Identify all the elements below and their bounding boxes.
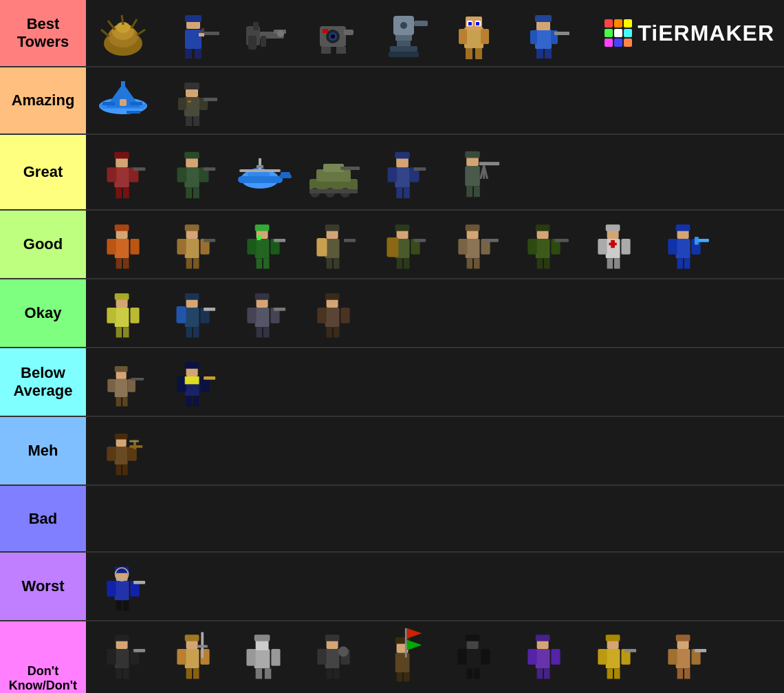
svg-rect-274: [185, 635, 199, 641]
svg-rect-114: [465, 166, 480, 186]
tier-row-bad: Bad: [0, 486, 784, 553]
svg-rect-325: [624, 649, 636, 652]
svg-rect-220: [325, 308, 340, 327]
svg-rect-232: [107, 379, 115, 392]
list-item[interactable]: [580, 624, 649, 685]
svg-line-8: [137, 30, 145, 35]
list-item[interactable]: [439, 624, 508, 685]
list-item[interactable]: [89, 556, 157, 617]
svg-rect-166: [467, 258, 473, 268]
list-item[interactable]: [89, 624, 157, 685]
list-item[interactable]: [369, 624, 438, 685]
svg-point-295: [338, 646, 349, 657]
svg-line-5: [108, 21, 115, 30]
svg-rect-315: [544, 668, 550, 679]
list-item[interactable]: [299, 214, 368, 275]
svg-rect-150: [327, 258, 333, 268]
list-item[interactable]: [229, 624, 298, 685]
list-item[interactable]: [89, 352, 157, 412]
svg-rect-286: [246, 649, 255, 666]
svg-rect-291: [327, 668, 333, 679]
list-item[interactable]: [89, 3, 157, 63]
list-item[interactable]: [159, 142, 228, 202]
list-item[interactable]: [229, 142, 298, 202]
svg-rect-209: [176, 306, 186, 323]
svg-rect-65: [184, 97, 199, 116]
tier-content-bad: [86, 486, 784, 551]
svg-rect-129: [130, 239, 139, 255]
list-item[interactable]: [580, 686, 649, 693]
list-item[interactable]: [299, 686, 368, 693]
svg-rect-239: [193, 396, 199, 406]
svg-rect-264: [115, 649, 129, 668]
list-item[interactable]: [159, 214, 228, 275]
list-item[interactable]: [89, 214, 157, 275]
list-item[interactable]: [439, 214, 508, 275]
list-item[interactable]: [159, 352, 228, 412]
list-item[interactable]: [650, 624, 719, 685]
svg-rect-105: [309, 189, 358, 193]
list-item[interactable]: [229, 3, 298, 63]
list-item[interactable]: [439, 3, 508, 63]
list-item[interactable]: [89, 283, 157, 343]
svg-rect-296: [395, 652, 410, 672]
svg-rect-173: [536, 224, 550, 231]
list-item[interactable]: [510, 214, 578, 275]
list-item[interactable]: [159, 686, 228, 693]
list-item[interactable]: [159, 624, 228, 685]
tier-label-great: Great: [0, 135, 86, 209]
svg-rect-323: [598, 649, 607, 665]
list-item[interactable]: [229, 283, 298, 343]
svg-rect-171: [536, 239, 550, 258]
svg-rect-130: [185, 239, 199, 258]
svg-rect-183: [614, 258, 620, 268]
svg-rect-153: [316, 238, 327, 256]
svg-rect-49: [535, 30, 552, 49]
svg-rect-101: [340, 167, 360, 170]
tier-row-dontknow: Don't Know/Don't have: [0, 621, 784, 693]
svg-rect-127: [123, 258, 129, 268]
list-item[interactable]: [369, 142, 438, 202]
svg-rect-48: [476, 22, 479, 25]
list-item[interactable]: [439, 686, 508, 693]
list-item[interactable]: [89, 686, 157, 693]
tier-row-worst: Worst: [0, 553, 784, 621]
list-item[interactable]: [439, 142, 508, 202]
svg-rect-200: [116, 327, 122, 337]
svg-rect-311: [536, 649, 550, 668]
svg-rect-62: [130, 102, 142, 105]
svg-rect-262: [133, 581, 145, 584]
list-item[interactable]: [510, 624, 578, 685]
tier-label-amazing: Amazing: [0, 67, 86, 134]
svg-rect-202: [107, 308, 116, 323]
svg-rect-192: [684, 258, 690, 268]
list-item[interactable]: [159, 283, 228, 343]
list-item[interactable]: [89, 142, 157, 202]
list-item[interactable]: [369, 214, 438, 275]
svg-rect-306: [466, 635, 480, 641]
list-item[interactable]: [299, 3, 368, 63]
list-item[interactable]: [299, 283, 368, 343]
svg-rect-94: [281, 172, 290, 175]
svg-rect-248: [122, 465, 128, 475]
svg-rect-243: [185, 376, 199, 384]
list-item[interactable]: [229, 214, 298, 275]
list-item[interactable]: [580, 214, 649, 275]
list-item[interactable]: [89, 420, 157, 481]
list-item[interactable]: [510, 3, 578, 63]
tier-content-below-average: [86, 348, 784, 416]
list-item[interactable]: [650, 214, 719, 275]
svg-rect-216: [263, 327, 270, 337]
list-item[interactable]: [229, 686, 298, 693]
svg-rect-78: [123, 187, 129, 198]
list-item[interactable]: [369, 686, 438, 693]
svg-rect-138: [255, 239, 270, 258]
list-item[interactable]: [299, 624, 368, 685]
list-item[interactable]: [159, 70, 228, 131]
list-item[interactable]: [369, 3, 438, 63]
list-item[interactable]: [159, 3, 228, 63]
list-item[interactable]: [89, 70, 157, 131]
list-item[interactable]: [510, 686, 578, 693]
tiermaker-logo: TiERMAKER: [605, 19, 774, 47]
list-item[interactable]: [299, 142, 368, 202]
